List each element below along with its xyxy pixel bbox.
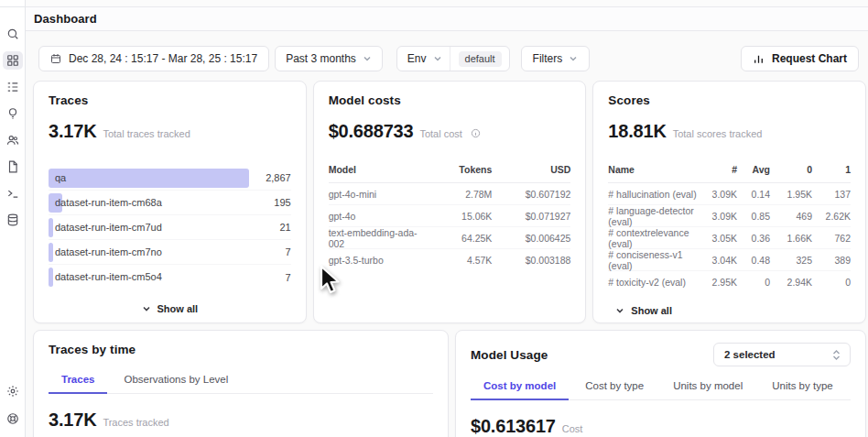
table-row: gpt-4o-mini 2.78M $0.607192: [329, 183, 571, 205]
table-row: gpt-3.5-turbo 4.57K $0.003188: [329, 249, 571, 271]
users-icon[interactable]: [3, 131, 23, 149]
col-one: 1: [812, 164, 851, 175]
trace-bar-row[interactable]: dataset-run-item-cm7ud 21: [49, 215, 291, 240]
traces-by-time-total: 3.17K: [49, 410, 96, 431]
document-icon[interactable]: [3, 158, 23, 176]
calendar-icon: [50, 53, 61, 64]
model-usage-select[interactable]: 2 selected: [713, 343, 851, 366]
model-costs-subtitle: Total cost: [419, 128, 461, 139]
model-usage-subtitle: Cost: [562, 423, 583, 434]
dashboard-grid-icon[interactable]: [3, 51, 23, 70]
table-row: text-embedding-ada-002 64.25K $0.006425: [329, 227, 571, 249]
trace-bar-row[interactable]: dataset-run-item-cm7no 7: [49, 240, 291, 265]
col-model: Model: [329, 164, 429, 175]
page-header: Dashboard: [26, 7, 868, 31]
filters-label: Filters: [533, 52, 563, 65]
trace-bar-row[interactable]: dataset-run-item-cm5o4 7: [49, 265, 291, 290]
content: Dec 28, 24 : 15:17 - Mar 28, 25 : 15:17 …: [26, 31, 868, 437]
tab-units-by-type[interactable]: Units by type: [759, 374, 845, 400]
show-all-label: Show all: [157, 303, 199, 314]
model-costs-total: $0.688733: [329, 121, 414, 142]
traces-show-all-button[interactable]: Show all: [49, 303, 291, 314]
trace-name: dataset-run-item-cm7no: [55, 243, 162, 262]
tab-cost-by-type[interactable]: Cost by type: [572, 374, 656, 400]
col-avg: Avg: [737, 164, 770, 175]
chevron-up-down-icon: [831, 349, 841, 361]
env-label: Env: [407, 52, 427, 65]
trace-count: 21: [249, 222, 291, 233]
search-icon[interactable]: [3, 25, 23, 43]
page-title: Dashboard: [34, 12, 97, 26]
traces-by-time-subtitle: Traces tracked: [103, 417, 168, 428]
date-preset-dropdown[interactable]: Past 3 months: [275, 46, 383, 71]
model-costs-card: Model costs $0.688733 Total cost Model T…: [313, 81, 587, 323]
main-area: Dashboard Dec 28, 24 : 15:17 - Mar 28, 2…: [26, 0, 868, 437]
filters-dropdown[interactable]: Filters: [521, 46, 591, 71]
database-icon[interactable]: [3, 211, 23, 229]
trace-bar-row[interactable]: qa 2,867: [49, 166, 291, 191]
model-usage-select-value: 2 selected: [724, 349, 776, 360]
col-name: Name: [608, 164, 700, 175]
tab-cost-by-model[interactable]: Cost by model: [471, 374, 569, 400]
table-row: # conciseness-v1 (eval) 3.04K 0.48 325 3…: [608, 249, 851, 271]
model-usage-tabs: Cost by model Cost by type Units by mode…: [471, 374, 851, 400]
traces-total: 3.17K: [49, 121, 96, 142]
col-usd: USD: [492, 164, 570, 175]
show-all-label: Show all: [631, 305, 672, 316]
model-costs-title: Model costs: [329, 93, 571, 107]
tab-units-by-model[interactable]: Units by model: [660, 374, 755, 400]
model-usage-card: Model Usage 2 selected Cost by model Cos…: [455, 330, 866, 437]
chevron-down-icon: [433, 54, 442, 63]
request-chart-label: Request Chart: [772, 52, 847, 65]
trace-count: 7: [249, 246, 291, 257]
scores-total: 18.81K: [608, 121, 666, 142]
app-window: Dashboard Dec 28, 24 : 15:17 - Mar 28, 2…: [0, 0, 868, 437]
model-usage-title: Model Usage: [471, 348, 548, 362]
cards-row-bottom: Traces by time Traces Observations by Le…: [33, 330, 866, 437]
table-row: # contextrelevance (eval) 3.05K 0.36 1.6…: [608, 227, 851, 249]
traces-card-title: Traces: [49, 93, 291, 107]
chevron-down-icon: [363, 54, 372, 63]
support-lifebuoy-icon[interactable]: [3, 410, 23, 428]
divider: [450, 47, 450, 71]
request-chart-button[interactable]: Request Chart: [741, 46, 859, 71]
traces-subtitle: Total traces tracked: [103, 128, 190, 139]
tab-observations-by-level[interactable]: Observations by Level: [111, 367, 241, 394]
traces-bar-list: qa 2,867 dataset-run-item-cm68a 195 data…: [49, 166, 291, 290]
chevron-down-icon: [615, 306, 624, 315]
top-strip: [26, 0, 868, 7]
cards-row-top: Traces 3.17K Total traces tracked qa 2,8…: [33, 81, 866, 323]
env-filter-dropdown[interactable]: Env default: [396, 46, 510, 71]
lightbulb-icon[interactable]: [3, 104, 23, 123]
col-tokens: Tokens: [428, 164, 492, 175]
trace-bar-row[interactable]: dataset-run-item-cm68a 195: [49, 191, 291, 215]
date-range-value: Dec 28, 24 : 15:17 - Mar 28, 25 : 15:17: [69, 52, 257, 65]
date-preset-value: Past 3 months: [286, 52, 356, 65]
trace-count: 7: [249, 272, 291, 283]
terminal-icon[interactable]: [3, 184, 23, 202]
chevron-down-icon: [142, 304, 151, 313]
trace-name: qa: [55, 169, 66, 188]
tab-traces[interactable]: Traces: [49, 367, 107, 394]
env-value-badge: default: [459, 51, 502, 67]
scores-show-all-button[interactable]: Show all: [615, 305, 851, 316]
trace-name: dataset-run-item-cm68a: [55, 193, 162, 213]
trace-count: 195: [249, 197, 291, 208]
scores-card: Scores 18.81K Total scores tracked Name …: [592, 81, 866, 323]
info-icon[interactable]: [471, 128, 481, 138]
date-range-picker[interactable]: Dec 28, 24 : 15:17 - Mar 28, 25 : 15:17: [38, 46, 269, 71]
traces-card: Traces 3.17K Total traces tracked qa 2,8…: [33, 81, 307, 323]
model-usage-total: $0.613617: [471, 416, 556, 437]
chevron-down-icon: [569, 54, 578, 63]
settings-gear-icon[interactable]: [3, 382, 23, 400]
traces-by-time-tabs: Traces Observations by Level: [49, 367, 433, 394]
table-row: # language-detector (eval) 3.09K 0.85 46…: [608, 205, 851, 227]
sidebar-top-strip: [0, 0, 25, 7]
scores-title: Scores: [608, 93, 851, 107]
sidebar: [0, 0, 26, 437]
scores-subtitle: Total scores tracked: [673, 128, 763, 139]
tracing-list-icon[interactable]: [3, 78, 23, 96]
traces-by-time-title: Traces by time: [49, 343, 433, 356]
table-row: gpt-4o 15.06K $0.071927: [329, 205, 571, 227]
filter-bar: Dec 28, 24 : 15:17 - Mar 28, 25 : 15:17 …: [38, 46, 859, 71]
